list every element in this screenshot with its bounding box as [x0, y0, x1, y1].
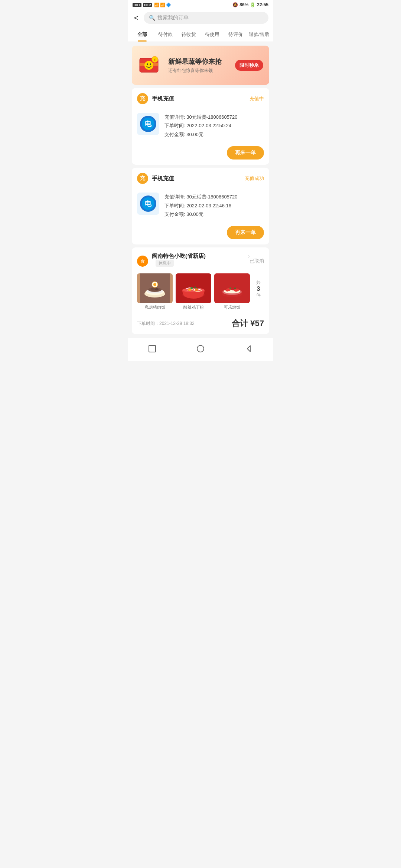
food-order-total: 合计 ¥57 [232, 318, 264, 329]
food-thumb-2 [176, 273, 211, 303]
order-detail-line-2-2: 下单时间: 2022-02-03 22:46:16 [164, 201, 264, 210]
nav-home-button[interactable] [189, 343, 212, 357]
tab-pending-receive[interactable]: 待收货 [177, 27, 200, 42]
nav-back-button[interactable] [237, 343, 261, 357]
tab-pending-pay[interactable]: 待付款 [154, 27, 177, 42]
signal-icon: 📶 [154, 3, 159, 7]
promo-banner[interactable]: ¥ 新鲜果蔬等你来抢 还有红包惊喜等你来领 限时秒杀 [132, 46, 269, 85]
food-thumb-3 [214, 273, 250, 303]
order-store-icon-2: 充 [137, 173, 148, 184]
order-header-1: 充 手机充值 充值中 [132, 88, 269, 108]
tab-bar: 全部 待付款 待收货 待使用 待评价 退款/售后 [128, 27, 273, 42]
food-item-2: 酸辣鸡丁粉 [176, 273, 211, 310]
food-store-icon: 食 [137, 256, 148, 267]
svg-point-38 [229, 287, 231, 289]
order-status-1: 充值中 [250, 95, 264, 102]
reorder-button-2[interactable]: 再来一单 [227, 226, 264, 239]
food-total-label: 合计 ¥ [232, 319, 255, 328]
svg-point-39 [234, 287, 236, 289]
mute-icon: 🔕 [232, 2, 238, 7]
order-detail-line-1-2: 下单时间: 2022-02-03 22:50:24 [164, 121, 264, 130]
svg-point-20 [155, 288, 159, 290]
search-placeholder: 搜索我的订单 [157, 14, 189, 21]
food-thumb-1 [137, 273, 173, 303]
status-bar: HD 1 HD 2 📶 📶 🔷 🔕 86% 🔋 22:55 [128, 0, 273, 9]
tab-pending-review[interactable]: 待评价 [224, 27, 247, 42]
telecom-icon-1: 电 [137, 113, 159, 135]
food-order-status: 已取消 [250, 258, 264, 264]
banner-badge[interactable]: 限时秒杀 [235, 60, 263, 71]
svg-text:¥: ¥ [154, 58, 156, 62]
food-order-time: 下单时间：2021-12-29 18:32 [137, 320, 195, 327]
battery-text: 86% [239, 2, 248, 7]
banner-text: 新鲜果蔬等你来抢 还有红包惊喜等你来领 [168, 57, 231, 74]
food-name-1: 私房猪肉饭 [145, 305, 165, 310]
food-order-footer: 下单时间：2021-12-29 18:32 合计 ¥57 [132, 314, 269, 334]
tab-pending-use[interactable]: 待使用 [200, 27, 224, 42]
order-details-2: 充值详情: 30元话费-18006605720 下单时间: 2022-02-03… [164, 193, 264, 218]
status-right: 🔕 86% 🔋 22:55 [232, 2, 268, 7]
order-detail-line-2-1: 充值详情: 30元话费-18006605720 [164, 193, 264, 201]
svg-point-3 [144, 61, 153, 70]
top-bar: < 🔍 搜索我的订单 [128, 9, 273, 27]
status-carrier: HD 1 HD 2 📶 📶 🔷 [133, 3, 171, 7]
svg-point-29 [188, 289, 192, 291]
order-body-2: 电 充值详情: 30元话费-18006605720 下单时间: 2022-02-… [132, 188, 269, 223]
order-detail-line-2-3: 支付金额: 30.00元 [164, 210, 264, 218]
food-store-name: 闽南特色小吃(省新店) [152, 253, 247, 260]
total-count-num: 3 [257, 286, 260, 292]
reorder-button-1[interactable]: 再来一单 [227, 146, 264, 160]
svg-text:电: 电 [145, 200, 152, 207]
vpn-icon: 🔷 [166, 3, 171, 7]
search-box[interactable]: 🔍 搜索我的订单 [144, 12, 268, 24]
back-button[interactable]: < [133, 12, 140, 24]
svg-point-27 [195, 287, 196, 289]
total-count-unit: 件 [256, 292, 261, 299]
svg-point-22 [153, 283, 156, 286]
svg-point-19 [151, 287, 155, 290]
order-item-row-1: 电 充值详情: 30元话费-18006605720 下单时间: 2022-02-… [137, 113, 264, 139]
svg-point-4 [147, 63, 148, 65]
order-card-2: 充 手机充值 充值成功 电 充值详情: 30元话费-18006605720 下单… [132, 168, 269, 244]
svg-text:食: 食 [141, 259, 145, 263]
tab-refund[interactable]: 退款/售后 [247, 27, 271, 42]
food-name-3: 可乐鸡饭 [224, 305, 240, 310]
order-detail-line-1-1: 充值详情: 30元话费-18006605720 [164, 113, 264, 121]
svg-text:电: 电 [145, 120, 152, 128]
telecom-logo-2: 电 [140, 195, 156, 212]
order-body-1: 电 充值详情: 30元话费-18006605720 下单时间: 2022-02-… [132, 108, 269, 143]
order-detail-line-1-3: 支付金额: 30.00元 [164, 130, 264, 139]
svg-rect-40 [149, 345, 156, 352]
order-status-2: 充值成功 [245, 175, 264, 182]
nav-square-button[interactable] [140, 343, 164, 357]
order-footer-1: 再来一单 [132, 143, 269, 165]
food-item-1: 私房猪肉饭 [137, 273, 173, 310]
time-display: 22:55 [257, 2, 268, 7]
order-item-row-2: 电 充值详情: 30元话费-18006605720 下单时间: 2022-02-… [137, 193, 264, 218]
order-details-1: 充值详情: 30元话费-18006605720 下单时间: 2022-02-03… [164, 113, 264, 139]
telecom-icon-2: 电 [137, 193, 159, 215]
bottom-nav [128, 338, 273, 361]
order-header-2: 充 手机充值 充值成功 [132, 168, 269, 188]
battery-icon: 🔋 [250, 2, 255, 7]
food-total-count: 共 3 件 [253, 273, 264, 299]
banner-title: 新鲜果蔬等你来抢 [168, 57, 231, 66]
food-items-container: 私房猪肉饭 [132, 273, 269, 314]
food-item-3: 可乐鸡饭 [214, 273, 250, 310]
tab-all[interactable]: 全部 [130, 27, 154, 42]
food-store-info: 闽南特色小吃(省新店) › 休息中 [152, 253, 250, 270]
total-count-label: 共 [256, 279, 261, 286]
svg-marker-42 [247, 346, 250, 352]
order-card-1: 充 手机充值 充值中 电 充值详情: 30元话费-18006605720 下单时… [132, 88, 269, 165]
order-footer-2: 再来一单 [132, 223, 269, 244]
svg-point-30 [195, 289, 198, 291]
food-name-2: 酸辣鸡丁粉 [183, 305, 204, 310]
svg-point-5 [150, 63, 151, 65]
rest-badge: 休息中 [156, 260, 174, 267]
svg-point-41 [197, 345, 204, 352]
food-total-amount: 57 [255, 319, 264, 328]
banner-emoji: ¥ [138, 51, 164, 80]
search-icon: 🔍 [149, 15, 155, 21]
wifi-icon: 📶 [160, 3, 165, 7]
order-store-name-1: 手机充值 [152, 95, 250, 102]
